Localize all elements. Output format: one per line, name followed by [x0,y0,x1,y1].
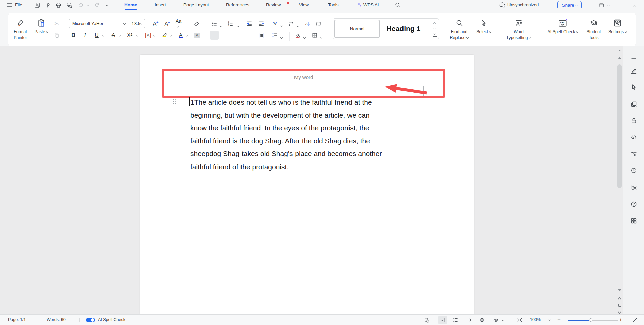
styles-scroll-down[interactable] [433,27,436,29]
ai-spell-check-button[interactable]: ABC AI Spell Check [542,16,584,45]
zoom-out-button[interactable]: − [557,315,561,325]
wrap-button[interactable] [286,19,295,28]
quickbar-more-chevron[interactable] [106,4,108,6]
apps-grid-button[interactable] [629,216,639,226]
switch-window-button[interactable] [597,1,605,9]
numbering-button[interactable]: 123 [226,19,235,28]
style-normal[interactable]: Normal [334,20,380,38]
paragraph-drag-handle[interactable] [173,99,176,104]
share-button[interactable]: Share [557,1,582,9]
shrink-font-button[interactable]: A− [163,19,172,28]
tab-wps-ai[interactable]: WPS AI [356,0,379,10]
copy-button[interactable] [52,31,61,40]
line-spacing-button[interactable] [270,31,279,40]
word-count[interactable]: Words: 60 [47,315,66,325]
align-right-button[interactable] [234,31,243,40]
font-color-button[interactable]: A [176,31,185,40]
character-shading-button[interactable]: A [193,31,201,40]
page-header-text[interactable]: My word [162,74,445,80]
collapse-sidebar-button[interactable] [629,54,639,64]
print-preview-button[interactable] [65,1,73,9]
shading-chevron[interactable] [303,36,306,39]
print-layout-view-button[interactable] [438,316,447,324]
align-left-button[interactable] [210,31,219,40]
tab-review[interactable]: Review [266,0,281,10]
options-sliders-button[interactable] [629,149,639,159]
select-browse-object-button[interactable] [618,304,621,307]
font-size-select[interactable]: 13.5 [128,21,140,26]
web-layout-button[interactable] [478,316,486,324]
undo-options-chevron[interactable] [87,4,89,6]
sync-status-button[interactable] [498,1,507,9]
show-marks-button[interactable] [314,19,323,28]
navigation-pane-button[interactable] [629,183,639,193]
redo-button[interactable] [93,1,101,9]
bold-button[interactable]: B [69,31,78,40]
increase-indent-button[interactable] [257,19,266,28]
fit-page-button[interactable] [515,316,524,324]
document-area[interactable]: My word 1The article does not tell us wh… [0,46,623,314]
superscript-button[interactable]: X² [125,31,134,40]
highlight-color-chevron[interactable] [170,34,172,37]
hide-whitespace-button[interactable] [617,49,622,54]
annotate-pen-button[interactable] [629,66,639,76]
history-button[interactable] [629,165,639,175]
export-pdf-button[interactable] [43,1,52,9]
undo-button[interactable] [76,1,85,9]
tab-view[interactable]: View [299,0,309,10]
justify-button[interactable] [245,31,254,40]
select-tool-button[interactable] [629,82,639,92]
tab-page-layout[interactable]: Page Layout [183,0,209,10]
cut-button[interactable]: ✂ [52,19,61,28]
clear-formatting-button[interactable] [192,19,201,28]
styles-scroll-up[interactable] [433,22,436,25]
fullscreen-button[interactable] [631,316,639,324]
save-button[interactable] [33,1,41,9]
underline-chevron[interactable] [102,34,104,37]
code-view-button[interactable] [629,132,639,142]
style-heading1[interactable]: Heading 1 [382,20,425,38]
zoom-slider-thumb[interactable] [589,318,592,322]
global-search-button[interactable] [393,1,402,9]
character-border-chevron[interactable] [153,34,155,37]
settings-button[interactable]: Settings [605,16,630,45]
font-color-chevron[interactable] [186,34,188,37]
zoom-in-button[interactable]: + [619,315,622,325]
menu-file[interactable]: File [15,0,22,10]
borders-chevron[interactable] [320,36,322,39]
bullets-button[interactable] [210,19,219,28]
strikethrough-button[interactable]: A [109,31,118,40]
line-spacing-chevron[interactable] [280,36,283,39]
sort-button[interactable]: A [303,19,312,28]
wrap-chevron[interactable] [297,25,299,27]
read-mode-button[interactable] [465,316,474,324]
outline-view-button[interactable] [451,316,460,324]
reject-copy-button[interactable] [629,99,639,109]
main-menu-button[interactable] [5,1,14,9]
italic-button[interactable]: I [80,31,89,40]
document-body-text[interactable]: 1The article does not tell us who is the… [190,96,382,174]
bullets-chevron[interactable] [220,25,222,27]
task-window-button[interactable] [422,316,431,324]
font-size-chevron[interactable] [140,22,142,25]
tab-insert[interactable]: Insert [155,0,166,10]
paste-button[interactable]: Paste [32,16,51,45]
tab-references[interactable]: References [226,0,249,10]
eye-protection-button[interactable] [491,316,500,324]
font-name-chevron[interactable] [123,22,126,25]
switch-window-chevron[interactable] [607,4,610,6]
select-button[interactable]: Select [473,16,494,45]
borders-button[interactable] [310,31,319,40]
student-tools-button[interactable]: Student Tools [584,16,603,45]
more-options-button[interactable]: ⋯ [616,0,622,10]
character-border-button[interactable]: A [144,31,152,40]
numbering-chevron[interactable] [237,25,239,27]
text-direction-button[interactable]: A [270,19,279,28]
text-direction-chevron[interactable] [280,25,283,27]
eye-protection-chevron[interactable] [502,319,504,321]
change-case-button[interactable]: Aa [176,19,184,28]
page-indicator[interactable]: Page: 1/1 [8,315,26,325]
ai-spell-check-toggle[interactable] [86,318,95,322]
vertical-scrollbar-thumb[interactable] [617,64,622,188]
decrease-indent-button[interactable] [245,19,254,28]
